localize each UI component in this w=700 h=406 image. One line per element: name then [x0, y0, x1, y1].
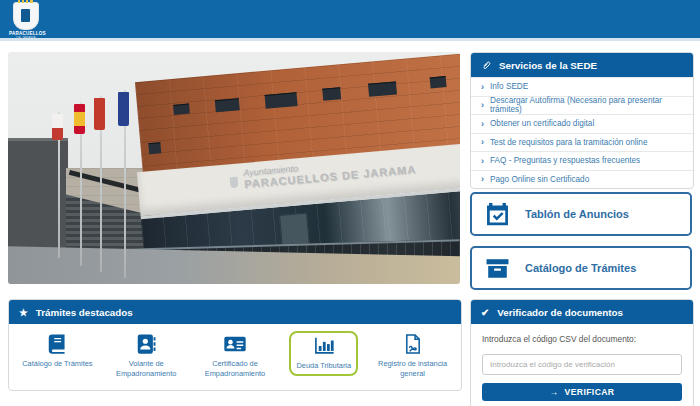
verify-button[interactable]: → VERIFICAR [482, 383, 682, 401]
book-icon [46, 333, 68, 355]
featured-item-label: Catálogo de Trámites [22, 359, 92, 369]
service-link-label: Test de requisitos para la tramitación o… [490, 138, 647, 147]
services-panel: Servicios de la SEDE › Info SEDE › Desca… [470, 52, 694, 189]
services-panel-title: Servicios de la SEDE [499, 60, 597, 71]
featured-item-deuda-tributaria[interactable]: Deuda Tributaria [279, 331, 368, 381]
flag-paracuellos [52, 114, 63, 140]
featured-panel: ★ Trámites destacados Catálogo de Trámit… [8, 299, 462, 391]
service-link-certificado-digital[interactable]: › Obtener un certificado digital [471, 114, 693, 133]
featured-item-label: Volante de Empadronamiento [107, 359, 185, 378]
service-link-label: Info SEDE [490, 82, 528, 91]
window [322, 87, 341, 101]
featured-item-label: Registro de instancia general [374, 359, 452, 378]
service-link-faq[interactable]: › FAQ - Preguntas y respuestas frecuente… [471, 151, 693, 170]
window [368, 81, 397, 96]
csv-code-label: Introduzca el código CSV del documento: [482, 334, 682, 344]
verifier-panel-header: ✔ Verificador de documentos [471, 300, 693, 324]
featured-panel-title: Trámites destacados [36, 307, 133, 318]
link-icon [481, 60, 491, 70]
window [265, 92, 298, 109]
featured-items: Catálogo de Trámites Volante de Empadron… [9, 324, 461, 390]
star-icon: ★ [19, 307, 28, 318]
service-link-autofirma[interactable]: › Descargar Autofirma (Necesario para pr… [471, 96, 693, 115]
bar-chart-icon [313, 335, 335, 357]
verify-button-label: VERIFICAR [565, 387, 615, 397]
card-label: Catálogo de Trámites [525, 262, 636, 274]
town-hall-logo[interactable]: PARACUELLOS DE JARAMA [9, 2, 43, 44]
chevron-right-icon: › [481, 82, 484, 92]
csv-code-input[interactable] [482, 354, 682, 375]
card-label: Tablón de Anuncios [525, 208, 629, 220]
logo-subname: DE JARAMA [9, 36, 43, 40]
calendar-check-icon [484, 201, 511, 228]
service-link-info-sede[interactable]: › Info SEDE [471, 77, 693, 96]
service-link-pago-online[interactable]: › Pago Online sin Certificado [471, 170, 693, 189]
services-panel-header: Servicios de la SEDE [471, 53, 693, 77]
service-link-label: Obtener un certificado digital [490, 119, 594, 128]
shield-logo-icon [13, 2, 39, 30]
archive-box-icon [484, 255, 511, 282]
chevron-right-icon: › [481, 137, 484, 147]
id-card-icon [223, 333, 247, 355]
flag-madrid [94, 98, 105, 130]
chevron-right-icon: › [481, 174, 484, 184]
arrow-right-icon: → [550, 387, 559, 397]
featured-item-certificado[interactable]: Certificado de Empadronamiento [191, 331, 280, 381]
top-navbar [0, 0, 700, 41]
window [148, 142, 161, 154]
featured-item-registro[interactable]: Registro de instancia general [368, 331, 457, 381]
featured-item-catalogo[interactable]: Catálogo de Trámites [13, 331, 102, 381]
chevron-right-icon: › [481, 156, 484, 166]
card-catalogo-tramites[interactable]: Catálogo de Trámites [470, 246, 692, 290]
flag-eu [118, 92, 129, 126]
address-book-icon [135, 333, 157, 355]
chevron-right-icon: › [481, 100, 484, 110]
hero-photo: Ayuntamiento PARACUELLOS DE JARAMA [8, 52, 460, 284]
featured-panel-header: ★ Trámites destacados [9, 300, 461, 324]
window [215, 98, 240, 112]
card-tablon-anuncios[interactable]: Tablón de Anuncios [470, 192, 692, 236]
window [430, 76, 447, 88]
sign-shield-icon [230, 177, 239, 189]
featured-item-volante[interactable]: Volante de Empadronamiento [102, 331, 191, 381]
service-link-label: Pago Online sin Certificado [490, 175, 589, 184]
service-link-label: Descargar Autofirma (Necesario para pres… [490, 96, 683, 114]
verifier-panel-title: Verificador de documentos [497, 307, 623, 318]
service-link-test-requisitos[interactable]: › Test de requisitos para la tramitación… [471, 133, 693, 152]
check-icon: ✔ [481, 307, 489, 318]
flag-spain [74, 104, 85, 134]
pdf-file-icon [402, 333, 424, 355]
verifier-panel: ✔ Verificador de documentos Introduzca e… [470, 299, 694, 406]
highlight-box: Deuda Tributaria [289, 331, 358, 376]
featured-item-label: Deuda Tributaria [296, 361, 351, 371]
featured-item-label: Certificado de Empadronamiento [196, 359, 274, 378]
window [173, 104, 190, 115]
service-link-label: FAQ - Preguntas y respuestas frecuentes [490, 156, 640, 165]
chevron-right-icon: › [481, 119, 484, 129]
